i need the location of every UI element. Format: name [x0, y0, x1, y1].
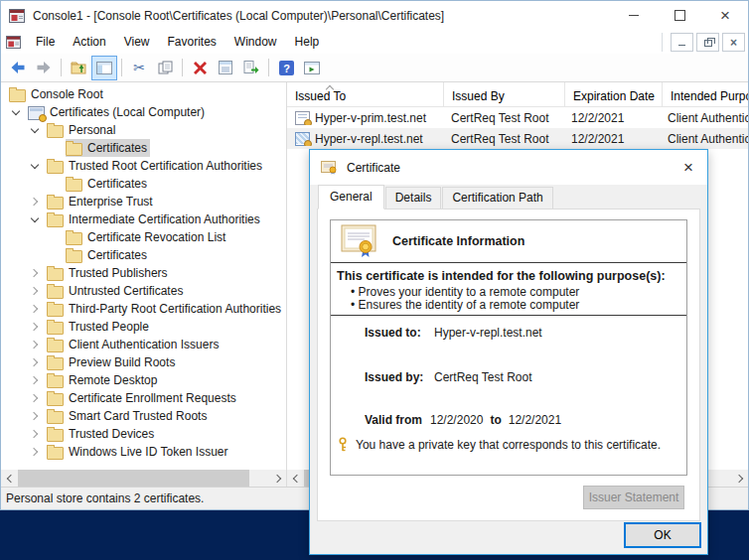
toolbar-cut-button[interactable]: ✂: [126, 56, 152, 80]
toolbar-up-one-level-button[interactable]: [66, 56, 91, 80]
delete-icon: [194, 62, 207, 74]
tree-item-label: Third-Party Root Certification Authoriti…: [69, 302, 281, 316]
tree-item-third-party-root-certification-authorities[interactable]: Third-Party Root Certification Authoriti…: [1, 300, 286, 318]
dialog-close-button[interactable]: ×: [674, 155, 703, 181]
issued-by-cell: CertReq Test Root: [443, 132, 563, 146]
toolbar-show-console-tree-button[interactable]: [91, 56, 117, 80]
toolbar-forward-button[interactable]: [31, 56, 57, 80]
toolbar-new-window-button[interactable]: [299, 56, 325, 80]
tree-item-certificate-enrollment-requests[interactable]: Certificate Enrollment Requests: [1, 389, 286, 407]
tree-item-personal[interactable]: Personal: [1, 121, 286, 139]
scroll-left-button[interactable]: [287, 470, 304, 487]
scroll-right-button[interactable]: [731, 470, 748, 487]
tab-details[interactable]: Details: [385, 187, 442, 210]
tree-item-body: Certificates: [66, 175, 150, 193]
tree-item-certificates[interactable]: Certificates: [1, 175, 286, 193]
toolbar-delete-button[interactable]: [187, 56, 213, 80]
tree-item-certificates[interactable]: Certificates: [1, 139, 286, 157]
chevron-down-icon[interactable]: [9, 105, 23, 119]
tree-item-certificate-revocation-list[interactable]: Certificate Revocation List: [1, 228, 286, 246]
tab-general[interactable]: General: [318, 185, 384, 210]
tree-item-windows-live-id-token-issuer[interactable]: Windows Live ID Token Issuer: [1, 443, 286, 461]
close-button[interactable]: ×: [702, 1, 748, 30]
tree-item-label: Trusted People: [69, 320, 149, 334]
tree-item-client-authentication-issuers[interactable]: Client Authentication Issuers: [1, 336, 286, 353]
issued-to-cell: Hyper-v-repl.test.net: [287, 132, 443, 146]
chevron-right-icon: [272, 474, 280, 482]
tree-item-trusted-root-certification-authorities[interactable]: Trusted Root Certification Authorities: [1, 157, 286, 175]
chevron-down-icon[interactable]: [28, 159, 42, 173]
maximize-button[interactable]: [657, 1, 702, 30]
mdi-close-button[interactable]: ×: [722, 33, 745, 52]
scrollbar-track[interactable]: [18, 470, 269, 487]
cell-text: Client Authentication: [668, 132, 748, 146]
column-header-issued-by[interactable]: Issued By: [444, 82, 565, 106]
chevron-right-icon[interactable]: [28, 409, 42, 423]
toolbar-properties-button[interactable]: [213, 56, 238, 80]
column-header-issued-to[interactable]: Issued To: [287, 82, 444, 106]
toolbar-help-button[interactable]: ?: [273, 56, 299, 80]
chevron-right-icon[interactable]: [28, 373, 42, 387]
tree-item-untrusted-certificates[interactable]: Untrusted Certificates: [1, 282, 286, 300]
chevron-right-icon[interactable]: [28, 391, 42, 405]
tree-item-trusted-devices[interactable]: Trusted Devices: [1, 425, 286, 443]
chevron-right-icon[interactable]: [28, 338, 42, 351]
certificate-row-hyper-v-prim-test-net[interactable]: Hyper-v-prim.test.netCertReq Test Root12…: [287, 107, 748, 128]
menu-help[interactable]: Help: [286, 32, 329, 52]
chevron-right-icon[interactable]: [28, 427, 42, 441]
menu-action[interactable]: Action: [64, 32, 114, 52]
tree-item-label: Intermediate Certification Authorities: [69, 212, 260, 226]
tree-item-label: Certificates: [87, 248, 147, 262]
minimize-icon: [678, 45, 685, 46]
tree-item-intermediate-certification-authorities[interactable]: Intermediate Certification Authorities: [1, 210, 286, 228]
tree-item-label: Smart Card Trusted Roots: [69, 409, 207, 423]
chevron-right-icon[interactable]: [28, 266, 42, 280]
mdi-window-controls: ×: [662, 33, 745, 52]
chevron-right-icon[interactable]: [28, 195, 42, 209]
tree-item-smart-card-trusted-roots[interactable]: Smart Card Trusted Roots: [1, 407, 286, 425]
menu-file[interactable]: File: [27, 32, 64, 52]
chevron-right-icon[interactable]: [28, 355, 42, 369]
toolbar-export-button[interactable]: [238, 56, 264, 80]
chevron-right-icon[interactable]: [28, 302, 42, 316]
tree-item-preview-build-roots[interactable]: Preview Build Roots: [1, 353, 286, 371]
certificate-icon: [295, 132, 310, 146]
chevron-down-icon[interactable]: [28, 212, 42, 226]
tree-item-trusted-publishers[interactable]: Trusted Publishers: [1, 264, 286, 282]
svg-text:?: ?: [283, 62, 290, 73]
tree-horizontal-scrollbar[interactable]: [1, 470, 286, 487]
scrollbar-thumb[interactable]: [18, 470, 249, 487]
tree-item-remote-desktop[interactable]: Remote Desktop: [1, 371, 286, 389]
toolbar-back-button[interactable]: [5, 56, 31, 80]
certificate-row-hyper-v-repl-test-net[interactable]: Hyper-v-repl.test.netCertReq Test Root12…: [287, 128, 748, 149]
tree-item-trusted-people[interactable]: Trusted People: [1, 318, 286, 336]
menu-window[interactable]: Window: [225, 32, 286, 52]
certificate-list: Hyper-v-prim.test.netCertReq Test Root12…: [287, 107, 748, 149]
tab-certification-path[interactable]: Certification Path: [442, 187, 552, 210]
folder-icon: [9, 89, 26, 102]
column-header-expiration-date[interactable]: Expiration Date: [565, 82, 663, 106]
tree-item-enterprise-trust[interactable]: Enterprise Trust: [1, 193, 286, 210]
tree-item-console-root[interactable]: Console Root: [1, 85, 286, 103]
tree-item-certificates[interactable]: Certificates: [1, 246, 286, 264]
scroll-right-button[interactable]: [269, 470, 286, 487]
chevron-right-icon[interactable]: [28, 445, 42, 459]
dialog-title: Certificate: [347, 161, 674, 175]
chevron-right-icon[interactable]: [28, 320, 42, 334]
chevron-right-icon[interactable]: [28, 284, 42, 298]
mdi-minimize-button[interactable]: [671, 33, 693, 52]
issuer-statement-button: Issuer Statement: [583, 486, 684, 509]
mdi-restore-button[interactable]: [696, 33, 719, 52]
scroll-left-button[interactable]: [1, 470, 18, 487]
toolbar-copy-button[interactable]: [152, 56, 178, 80]
menu-favorites[interactable]: Favorites: [159, 32, 225, 52]
chevron-down-icon[interactable]: [28, 123, 42, 137]
minimize-button[interactable]: [611, 1, 657, 30]
folder-icon: [47, 268, 64, 281]
menu-view[interactable]: View: [115, 32, 159, 52]
tree-item-certificates-local-computer[interactable]: Certificates (Local Computer): [1, 103, 286, 121]
ok-button[interactable]: OK: [624, 522, 701, 548]
desktop: { "window": { "title": "Console1 - [Cons…: [0, 0, 749, 560]
folder-icon: [47, 447, 64, 460]
column-header-intended-purposes[interactable]: Intended Purposes: [663, 82, 748, 106]
